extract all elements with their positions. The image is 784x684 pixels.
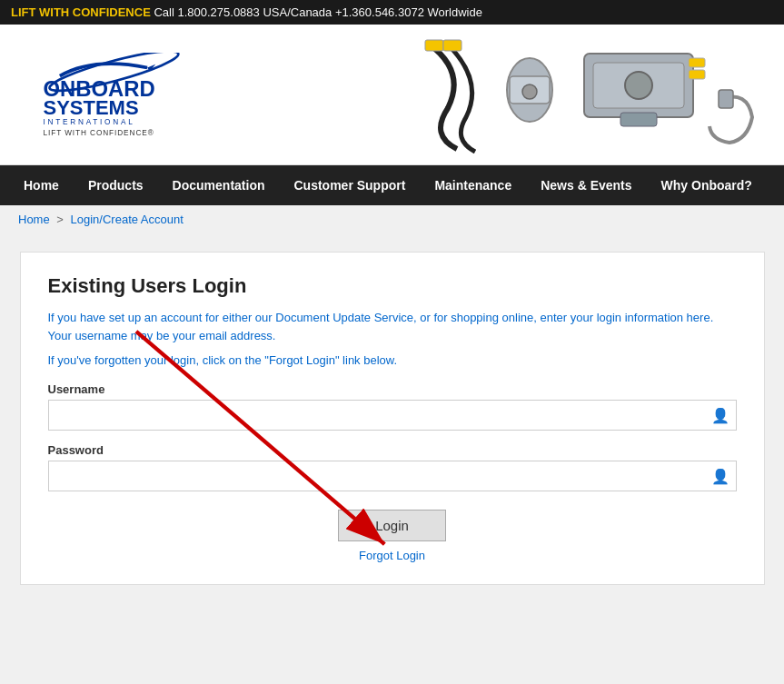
breadcrumb-current[interactable]: Login/Create Account (71, 213, 184, 226)
nav-why-onboard[interactable]: Why Onboard? (647, 165, 767, 205)
svg-rect-7 (443, 40, 461, 51)
svg-rect-6 (425, 40, 443, 51)
svg-rect-16 (689, 70, 705, 79)
logo-area: ONBOARD SYSTEMS INTERNATIONAL LIFT WITH … (18, 53, 375, 136)
svg-rect-5 (375, 35, 766, 154)
nav-documentation[interactable]: Documentation (158, 165, 280, 205)
username-group: Username 👤 (48, 382, 737, 431)
product-image-svg (375, 35, 766, 154)
top-banner: LIFT WITH CONFIDENCE Call 1.800.275.0883… (0, 0, 784, 25)
main-nav: Home Products Documentation Customer Sup… (0, 165, 784, 205)
header: ONBOARD SYSTEMS INTERNATIONAL LIFT WITH … (0, 25, 784, 165)
nav-news-events[interactable]: News & Events (526, 165, 646, 205)
svg-rect-17 (719, 90, 733, 108)
banner-text: Call 1.800.275.0883 USA/Canada +1.360.54… (151, 5, 482, 19)
svg-text:INTERNATIONAL: INTERNATIONAL (44, 118, 135, 126)
password-input[interactable] (48, 461, 737, 491)
breadcrumb: Home > Login/Create Account (0, 205, 784, 233)
login-actions: Login Forgot Login (320, 510, 465, 562)
svg-rect-14 (620, 113, 657, 126)
svg-text:LIFT WITH CONFIDENCE®: LIFT WITH CONFIDENCE® (44, 129, 154, 136)
header-product-image (375, 35, 766, 154)
forgot-login-link[interactable]: Forgot Login (359, 549, 425, 562)
svg-point-13 (625, 72, 652, 99)
nav-customer-support[interactable]: Customer Support (279, 165, 420, 205)
breadcrumb-home[interactable]: Home (18, 213, 50, 226)
username-icon: 👤 (711, 406, 729, 423)
nav-home[interactable]: Home (9, 165, 74, 205)
svg-point-10 (522, 84, 537, 99)
banner-highlight: LIFT WITH CONFIDENCE (11, 5, 151, 19)
login-title: Existing Users Login (48, 274, 737, 298)
username-input-wrapper: 👤 (48, 400, 737, 431)
password-label: Password (48, 443, 737, 457)
login-box: Existing Users Login If you have set up … (20, 252, 765, 585)
nav-maintenance[interactable]: Maintenance (420, 165, 526, 205)
svg-text:SYSTEMS: SYSTEMS (44, 96, 139, 119)
password-input-wrapper: 👤 (48, 461, 737, 491)
username-label: Username (48, 382, 737, 396)
password-icon: 👤 (711, 467, 729, 484)
breadcrumb-separator: > (56, 213, 64, 226)
info-text-1: If you have set up an account for either… (48, 309, 737, 344)
company-logo: ONBOARD SYSTEMS INTERNATIONAL LIFT WITH … (18, 53, 218, 136)
info-text-2: If you've forgotten your login, click on… (48, 352, 737, 370)
login-button[interactable]: Login (338, 510, 446, 541)
password-group: Password 👤 (48, 443, 737, 491)
svg-rect-15 (689, 58, 705, 67)
nav-products[interactable]: Products (74, 165, 158, 205)
main-content: Existing Users Login If you have set up … (0, 233, 784, 651)
username-input[interactable] (48, 400, 737, 431)
